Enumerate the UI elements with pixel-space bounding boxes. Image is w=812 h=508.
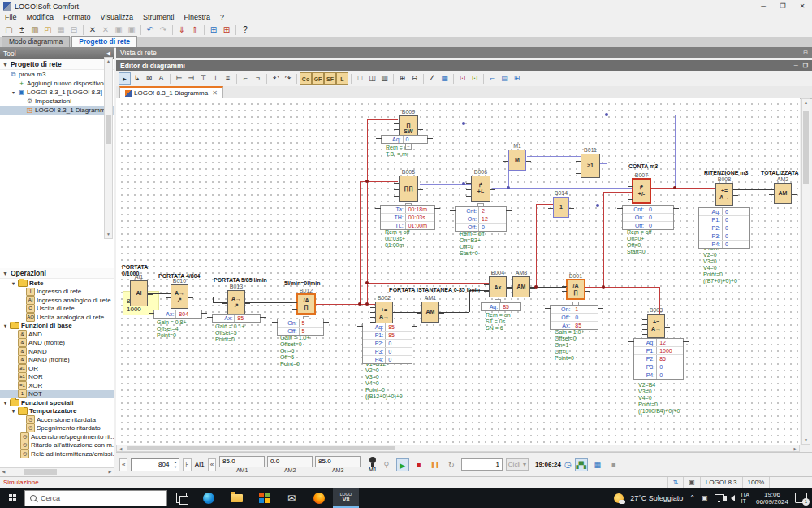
diagram-label[interactable]: PORTATA ISTANTANEA 0-85 l/min [389, 287, 480, 293]
tree-expander-icon[interactable]: ▾ [11, 89, 16, 95]
operations-tree-item[interactable]: QUscita di rete [0, 305, 114, 314]
parameter-box[interactable]: Aq:85 [481, 302, 521, 311]
simulation-stop-button[interactable]: ■ [412, 458, 425, 471]
operations-tree-item[interactable]: ≥1OR [0, 364, 114, 373]
menu-file[interactable]: File [0, 12, 22, 23]
operations-tree-item[interactable]: ▾Temporizzatore [0, 407, 114, 416]
block-B013[interactable]: B013A→↗ [227, 290, 245, 315]
toolbar-button-¬[interactable]: ¬ [252, 72, 264, 85]
operations-tree-item[interactable]: AQUscita analogica di rete [0, 313, 114, 322]
speaker-icon[interactable] [731, 495, 735, 501]
block-AM1[interactable]: AM1AM [421, 302, 439, 323]
menu-strumenti[interactable]: Strumenti [138, 12, 179, 23]
operations-tree-item[interactable]: &AND [0, 330, 114, 339]
parameter-box[interactable]: Ax:85 [212, 314, 261, 323]
taskbar-search[interactable]: Cerca [24, 490, 167, 506]
wire-red[interactable] [585, 287, 659, 288]
close-tab-icon[interactable]: ✕ [212, 89, 218, 97]
wire-blue[interactable] [569, 206, 598, 206]
previous-inputs-button[interactable]: « [119, 458, 127, 471]
menu-visualizza[interactable]: Visualizza [96, 12, 138, 23]
diagram-label[interactable]: TOTALIZZATA m3 [761, 170, 800, 176]
toolbar-button-▣[interactable]: ▣ [112, 24, 125, 36]
collapse-sidebar-icon[interactable]: ◀ [106, 50, 110, 57]
parameter-box[interactable]: Ax:804 [153, 310, 202, 319]
block-B005[interactable]: B005∏∏ [399, 176, 418, 202]
operations-tree-item[interactable]: ▾Funzioni di base [0, 322, 114, 331]
document-tab[interactable]: LOGO! 8.3_1 Diagramma ✕ [119, 86, 223, 98]
canvas-vertical-scrollbar[interactable]: ▲ ▼ [801, 98, 810, 445]
toolbar-button-▢[interactable]: ▢ [2, 24, 15, 36]
panel-restore-icon[interactable]: ❐ [803, 63, 808, 69]
notification-center-icon[interactable]: 1 [795, 493, 807, 503]
parameter-box[interactable]: Aq:0P1:0P2:0P3:0P4:0 [698, 207, 750, 249]
parameter-box[interactable]: Ta:00:18mTH:00:03sTL:01:00m [380, 205, 435, 230]
toolbar-button-±[interactable]: ± [15, 24, 28, 36]
wire-blue[interactable] [675, 115, 676, 188]
block-B012[interactable]: B012/A∏ [296, 293, 316, 315]
block-AM2[interactable]: AM2AM [774, 183, 792, 204]
network-sim-toggle[interactable]: ▞▚ [575, 458, 588, 471]
previous-outputs-button[interactable]: « [208, 458, 216, 471]
wire-blue[interactable] [600, 163, 607, 164]
operations-tree-item[interactable]: &AND (fronte) [0, 339, 114, 348]
toolbar-button-⊞[interactable]: ⊞ [220, 24, 233, 36]
operations-scrollbar[interactable]: ▲ ▼ [104, 57, 113, 239]
toolbar-button-□[interactable]: □ [354, 72, 366, 85]
wire-blue[interactable] [464, 115, 675, 115]
project-tree-item[interactable]: ▾▣LOGO! 8.3_1 [LOGO! 8.3] [0, 88, 114, 97]
toolbar-button-▸[interactable]: ▸ [119, 72, 131, 85]
maximize-button[interactable]: ❐ [773, 2, 793, 10]
wire-red[interactable] [648, 188, 715, 189]
project-tree-item[interactable]: ⧉prova m3 [0, 70, 114, 79]
toolbar-button-⊞[interactable]: ⊞ [207, 24, 220, 36]
block-B008[interactable]: B008+=A→ [715, 183, 733, 206]
toolbar-button-▥[interactable]: ▥ [28, 24, 41, 36]
toolbar-button-✕[interactable]: ✕ [86, 24, 99, 36]
toolbar-button-▦[interactable]: ▦ [438, 72, 451, 85]
wire-blue[interactable] [527, 156, 581, 157]
canvas-horizontal-scrollbar[interactable]: ◀ ▶ [116, 445, 800, 452]
wire-black[interactable] [733, 189, 774, 190]
toolbar-button-⊣[interactable]: ⊣ [185, 72, 197, 85]
parameter-box[interactable]: Aq:12P1:1000P2:85P3:0P4:0 [633, 338, 684, 380]
project-tree-item[interactable]: ◳LOGO! 8.3_1 Diagramma [0, 106, 114, 115]
operations-tree-item[interactable]: &NAND [0, 347, 114, 356]
simulation-play-button[interactable]: ▶ [396, 458, 409, 471]
network-tray-icon[interactable] [715, 494, 724, 501]
wire-blue[interactable] [420, 124, 464, 124]
parameter-box[interactable]: Cnt:2On:12Off:0 [455, 206, 507, 232]
wire-blue[interactable] [492, 188, 632, 189]
cycles-input[interactable]: 1 [461, 458, 503, 471]
ai1-value-spinner[interactable]: 804 ▲▼ [131, 458, 179, 471]
diagram-label[interactable]: 5l/min=0l/min [284, 280, 321, 286]
toolbar-button-◫[interactable]: ◫ [366, 72, 378, 85]
toolbar-button-↳[interactable]: ↳ [131, 72, 143, 85]
toolbar-button-⊠[interactable]: ⊠ [143, 72, 155, 85]
wire-black[interactable] [469, 290, 470, 312]
block-B001[interactable]: B001/A∏ [566, 279, 585, 300]
operations-tree-item[interactable]: 1NOT [0, 390, 114, 399]
task-view-button[interactable] [167, 488, 195, 508]
toolbar-button-⌐[interactable]: ⌐ [240, 72, 252, 85]
file-explorer-icon[interactable] [222, 488, 250, 508]
toolbar-button-▦[interactable]: ▦ [54, 24, 67, 36]
block-AI1[interactable]: AI1AI [130, 280, 148, 306]
toolbar-button-A[interactable]: A [155, 72, 167, 85]
block-B003[interactable]: B003+=A→ [647, 314, 665, 338]
language-indicator[interactable]: ITAIT [741, 492, 749, 505]
menu-formato[interactable]: Formato [58, 12, 96, 23]
close-button[interactable]: ✕ [793, 2, 812, 10]
toolbar-button-↷[interactable]: ↷ [157, 24, 170, 36]
operations-section-header[interactable]: ▼ Operazioni [0, 268, 114, 279]
wire-red[interactable] [360, 181, 361, 304]
wire-red[interactable] [367, 119, 398, 120]
block-B004[interactable]: B004Ax [489, 276, 507, 297]
cycle-replay-icon[interactable]: ↻ [445, 458, 458, 471]
operations-tree-item[interactable]: ≥1NOR [0, 373, 114, 382]
block-M1[interactable]: M1M [508, 150, 526, 171]
parameter-expander-icon[interactable]: − [405, 143, 412, 150]
toolbar-button-▣[interactable]: ▣ [125, 24, 138, 36]
block-B011[interactable]: B011≥1 [581, 154, 600, 178]
diagram-label[interactable]: PORTATA 5/85 l/min [214, 277, 267, 283]
